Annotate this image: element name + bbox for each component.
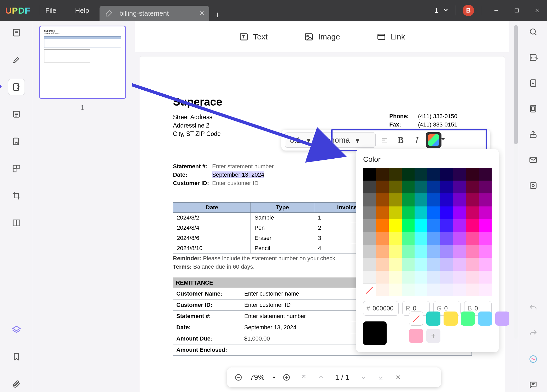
selected-date-text[interactable]: September 13, 2024 bbox=[212, 171, 264, 178]
menu-help[interactable]: Help bbox=[75, 7, 89, 15]
color-swatch[interactable] bbox=[363, 168, 376, 181]
color-swatch[interactable] bbox=[427, 271, 440, 284]
color-swatch[interactable] bbox=[389, 168, 401, 181]
color-swatch[interactable] bbox=[402, 258, 415, 270]
tab-document[interactable]: billing-statement ✕ bbox=[100, 6, 209, 21]
color-swatch[interactable] bbox=[427, 258, 440, 270]
bookmarks-tool[interactable] bbox=[8, 349, 25, 365]
color-swatch[interactable] bbox=[440, 284, 453, 296]
ocr-button[interactable]: OCR bbox=[526, 50, 540, 65]
color-swatch[interactable] bbox=[466, 206, 479, 219]
color-swatch[interactable] bbox=[440, 168, 453, 181]
color-swatch[interactable] bbox=[415, 271, 427, 284]
color-swatch[interactable] bbox=[376, 271, 389, 284]
color-swatch[interactable] bbox=[427, 181, 440, 193]
color-swatch[interactable] bbox=[415, 181, 427, 193]
color-swatch[interactable] bbox=[479, 284, 492, 296]
color-swatch[interactable] bbox=[479, 219, 492, 232]
color-swatch[interactable] bbox=[466, 193, 479, 206]
add-preset-button[interactable]: + bbox=[426, 329, 440, 343]
color-swatch[interactable] bbox=[479, 206, 492, 219]
color-swatch[interactable] bbox=[453, 193, 466, 206]
color-swatch[interactable] bbox=[427, 232, 440, 245]
page-organizer-tool[interactable] bbox=[8, 160, 25, 177]
color-swatch[interactable] bbox=[440, 193, 453, 206]
color-swatch[interactable] bbox=[363, 258, 376, 270]
color-swatch[interactable] bbox=[363, 193, 376, 206]
color-swatch[interactable] bbox=[453, 206, 466, 219]
color-swatch[interactable] bbox=[402, 245, 415, 258]
color-swatch[interactable] bbox=[415, 258, 427, 270]
next-page-button[interactable] bbox=[358, 372, 369, 383]
preset-color[interactable] bbox=[478, 312, 492, 326]
color-swatch[interactable] bbox=[363, 219, 376, 232]
vertical-scrollbar[interactable] bbox=[514, 25, 518, 339]
color-swatch[interactable] bbox=[415, 206, 427, 219]
undo-button[interactable] bbox=[526, 301, 540, 315]
color-swatch[interactable] bbox=[376, 284, 389, 296]
color-swatch[interactable] bbox=[376, 168, 389, 181]
last-page-button[interactable] bbox=[375, 372, 386, 383]
color-swatch[interactable] bbox=[376, 193, 389, 206]
color-swatch[interactable] bbox=[466, 168, 479, 181]
align-left-button[interactable] bbox=[377, 133, 392, 147]
crop-tool[interactable] bbox=[8, 188, 25, 204]
zoom-level[interactable]: 79% bbox=[250, 373, 265, 382]
color-swatch[interactable] bbox=[415, 219, 427, 232]
close-controls-button[interactable] bbox=[392, 372, 404, 383]
color-swatch[interactable] bbox=[389, 219, 401, 232]
font-family-dropdown[interactable]: Tahoma ▾ bbox=[317, 132, 376, 148]
page-thumbnail[interactable]: SuperaceStreet Address bbox=[39, 26, 126, 99]
redo-button[interactable] bbox=[526, 326, 540, 341]
insert-link-button[interactable]: Link bbox=[377, 32, 405, 42]
color-swatch[interactable] bbox=[363, 271, 376, 284]
fill-sign-tool[interactable] bbox=[8, 133, 25, 149]
color-swatch[interactable] bbox=[402, 284, 415, 296]
color-swatch[interactable] bbox=[440, 181, 453, 193]
color-swatch[interactable] bbox=[453, 258, 466, 270]
minimize-button[interactable] bbox=[488, 4, 505, 17]
color-swatch[interactable] bbox=[479, 258, 492, 270]
color-swatch[interactable] bbox=[466, 258, 479, 270]
zoom-out-button[interactable] bbox=[233, 372, 244, 383]
color-swatch[interactable] bbox=[415, 193, 427, 206]
color-swatch[interactable] bbox=[376, 219, 389, 232]
color-swatch[interactable] bbox=[479, 181, 492, 193]
color-swatch[interactable] bbox=[466, 219, 479, 232]
chevron-down-icon[interactable]: ▾ bbox=[273, 375, 275, 380]
page-display-button[interactable] bbox=[526, 101, 540, 116]
maximize-button[interactable] bbox=[508, 4, 525, 17]
color-swatch[interactable] bbox=[402, 206, 415, 219]
color-swatch[interactable] bbox=[479, 245, 492, 258]
color-swatch[interactable] bbox=[415, 232, 427, 245]
font-size-dropdown[interactable]: 8.1 ▾ bbox=[285, 132, 316, 148]
convert-button[interactable] bbox=[526, 76, 540, 90]
color-swatch[interactable] bbox=[376, 232, 389, 245]
bold-button[interactable]: B bbox=[393, 133, 408, 147]
color-swatch[interactable] bbox=[402, 232, 415, 245]
preset-color[interactable] bbox=[461, 312, 475, 326]
color-swatch[interactable] bbox=[363, 206, 376, 219]
color-swatch[interactable] bbox=[440, 245, 453, 258]
color-swatch[interactable] bbox=[402, 271, 415, 284]
attachments-tool[interactable] bbox=[8, 376, 25, 392]
color-swatch[interactable] bbox=[363, 181, 376, 193]
color-swatch[interactable] bbox=[427, 219, 440, 232]
color-swatch[interactable] bbox=[402, 181, 415, 193]
color-swatch[interactable] bbox=[389, 181, 401, 193]
color-swatch[interactable] bbox=[466, 284, 479, 296]
color-swatch[interactable] bbox=[389, 284, 401, 296]
preset-no-color[interactable] bbox=[409, 312, 423, 326]
prev-page-button[interactable] bbox=[315, 372, 327, 383]
color-swatch[interactable] bbox=[440, 219, 453, 232]
color-swatch[interactable] bbox=[453, 232, 466, 245]
color-swatch[interactable] bbox=[427, 193, 440, 206]
ai-button[interactable] bbox=[526, 352, 540, 366]
insert-image-button[interactable]: Image bbox=[304, 32, 340, 42]
insert-text-button[interactable]: Text bbox=[239, 32, 267, 42]
color-swatch[interactable] bbox=[402, 168, 415, 181]
color-swatch[interactable] bbox=[363, 245, 376, 258]
color-swatch[interactable] bbox=[415, 245, 427, 258]
color-swatch[interactable] bbox=[363, 284, 376, 296]
color-swatch[interactable] bbox=[453, 284, 466, 296]
